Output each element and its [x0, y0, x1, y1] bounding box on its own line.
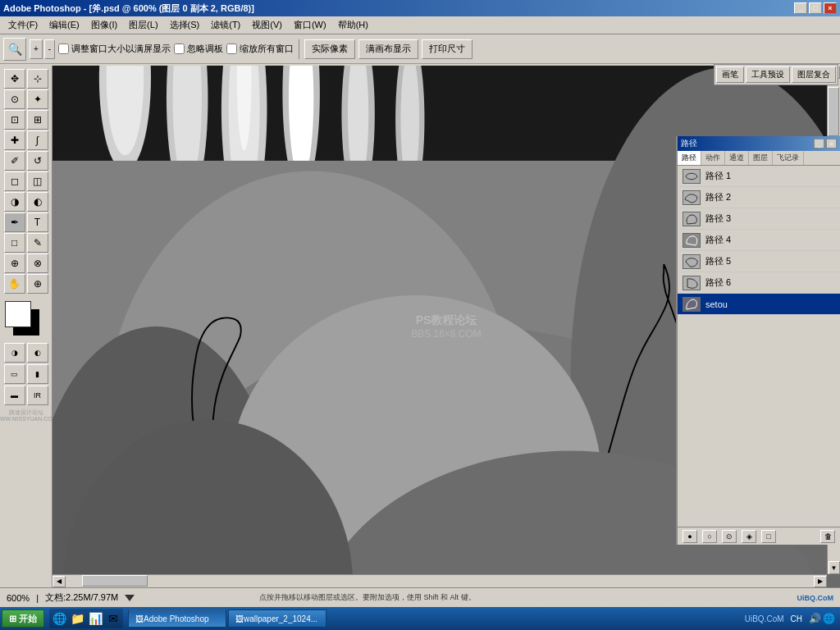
h-scrollbar[interactable]: ◀ ▶ — [52, 574, 827, 587]
ql-icon-3[interactable]: 📊 — [87, 610, 103, 627]
path-item-2[interactable]: 路径 2 — [678, 187, 840, 208]
brush-tool[interactable]: ∫ — [27, 130, 48, 150]
move-tool[interactable]: ✥ — [4, 69, 25, 89]
slice-tool[interactable]: ⊞ — [27, 110, 48, 130]
heal-tool[interactable]: ✚ — [4, 130, 25, 150]
ql-icon-4[interactable]: ✉ — [105, 610, 121, 627]
ignore-panel-checkbox-label[interactable]: 忽略调板 — [174, 43, 223, 55]
tab-channels[interactable]: 通道 — [725, 151, 749, 165]
h-scrollbar-thumb[interactable] — [82, 575, 148, 587]
path-item-1[interactable]: 路径 1 — [678, 166, 840, 187]
h-scrollbar-track[interactable] — [66, 575, 814, 587]
menu-window[interactable]: 窗口(W) — [289, 17, 331, 33]
quick-mask-tool[interactable]: ◑ — [4, 343, 25, 363]
screen-mode-1[interactable]: ▭ — [4, 364, 25, 384]
panel-close-btn[interactable]: × — [826, 139, 837, 148]
delete-path-btn[interactable]: 🗑 — [820, 530, 835, 543]
foreground-color[interactable] — [5, 301, 31, 327]
history-brush-tool[interactable]: ↺ — [27, 151, 48, 171]
resize-window-checkbox[interactable] — [58, 43, 69, 54]
make-path-btn[interactable]: ◈ — [742, 530, 756, 543]
taskbar-item-wallpaper[interactable]: 🖼 wallpaper_2_1024... — [228, 609, 326, 628]
tab-paths[interactable]: 路径 — [678, 151, 701, 165]
measure-tool[interactable]: ⊗ — [27, 253, 48, 273]
path-thumb-3 — [682, 212, 701, 226]
v-scrollbar-thumb[interactable] — [828, 87, 839, 136]
gradient-tool[interactable]: ◫ — [27, 171, 48, 191]
menu-help[interactable]: 帮助(H) — [333, 17, 373, 33]
tab-actions[interactable]: 动作 — [701, 151, 725, 165]
menu-file[interactable]: 文件(F) — [3, 17, 43, 33]
tray-icons: 🔊 🌐 — [809, 613, 835, 624]
layer-comp-button[interactable]: 图层复合 — [792, 66, 836, 83]
crop-tool[interactable]: ⊡ — [4, 110, 25, 130]
menu-select[interactable]: 选择(S) — [165, 17, 205, 33]
scroll-left-btn[interactable]: ◀ — [52, 576, 66, 587]
status-hint: 点按并拖移以移动图层或选区。要附加选项，使用 Shift 和 Alt 键。 — [259, 592, 476, 603]
panel-minimize-btn[interactable]: _ — [814, 139, 824, 148]
start-button[interactable]: ⊞ 开始 — [2, 609, 44, 628]
tool-row-4: ✚ ∫ — [4, 130, 48, 150]
zoom-tool[interactable]: ⊕ — [27, 274, 48, 294]
resize-window-checkbox-label[interactable]: 调整窗口大小以满屏显示 — [58, 43, 171, 55]
path-item-6[interactable]: 路径 6 — [678, 272, 840, 294]
menu-edit[interactable]: 编辑(E) — [44, 17, 84, 33]
screen-mode-2[interactable]: ▮ — [27, 364, 48, 384]
print-size-button[interactable]: 打印尺寸 — [422, 39, 472, 59]
zoom-all-checkbox-label[interactable]: 缩放所有窗口 — [226, 43, 294, 55]
screen-mode-3[interactable]: ▬ — [4, 386, 25, 405]
jump-to-ir[interactable]: IR — [27, 386, 48, 405]
taskbar-item-photoshop[interactable]: 🖼 Adobe Photoshop — [128, 609, 226, 628]
hand-tool[interactable]: ✋ — [4, 274, 25, 294]
brush-button[interactable]: 画笔 — [716, 66, 744, 83]
path-item-3[interactable]: 路径 3 — [678, 208, 840, 230]
menu-layer[interactable]: 图层(L) — [124, 17, 162, 33]
path-item-5[interactable]: 路径 5 — [678, 251, 840, 272]
actual-pixels-button[interactable]: 实际像素 — [304, 39, 355, 59]
load-path-btn[interactable]: ⊙ — [722, 530, 737, 543]
scroll-right-btn[interactable]: ▶ — [814, 576, 827, 587]
lasso-tool[interactable]: ⊙ — [4, 89, 25, 109]
tool-preset-button[interactable]: 工具预设 — [746, 66, 790, 83]
clone-tool[interactable]: ✐ — [4, 151, 25, 171]
tab-history[interactable]: 飞记录 — [773, 151, 804, 165]
tool-row-6: ◻ ◫ — [4, 171, 48, 191]
tool-row-3: ⊡ ⊞ — [4, 110, 48, 130]
ignore-panel-checkbox[interactable] — [174, 43, 185, 54]
selection-tool[interactable]: ⊹ — [27, 69, 48, 89]
maximize-button[interactable]: □ — [809, 2, 822, 14]
path-item-4[interactable]: 路径 4 — [678, 230, 840, 251]
path-thumb-2 — [682, 190, 701, 205]
new-path-btn[interactable]: □ — [761, 530, 776, 543]
menu-filter[interactable]: 滤镜(T) — [206, 17, 245, 33]
close-button[interactable]: × — [824, 2, 837, 14]
blur-tool[interactable]: ◐ — [27, 192, 48, 212]
ql-icon-1[interactable]: 🌐 — [51, 610, 67, 627]
minimize-button[interactable]: _ — [794, 2, 807, 14]
zoom-all-checkbox[interactable] — [226, 43, 237, 54]
menu-view[interactable]: 视图(V) — [247, 17, 287, 33]
shape-tool[interactable]: □ — [4, 233, 25, 253]
zoom-out-button[interactable]: - — [44, 39, 55, 59]
fit-on-screen-button[interactable]: 满画布显示 — [358, 39, 418, 59]
fill-path-btn[interactable]: ● — [682, 530, 697, 543]
quick-launch: 🌐 📁 📊 ✉ — [49, 609, 123, 628]
dodge-tool[interactable]: ◑ — [4, 192, 25, 212]
path-item-setou[interactable]: setou — [678, 294, 840, 315]
scroll-down-btn[interactable]: ▼ — [829, 561, 840, 574]
std-mode-tool[interactable]: ◐ — [27, 343, 48, 363]
eraser-tool[interactable]: ◻ — [4, 171, 25, 191]
tab-layers[interactable]: 图层 — [749, 151, 773, 165]
notes-tool[interactable]: ✎ — [27, 233, 48, 253]
zoom-in-button[interactable]: + — [30, 39, 43, 59]
zoom-tool-icon[interactable]: 🔍 — [3, 38, 26, 61]
path-label-5: 路径 5 — [705, 255, 731, 267]
status-arrow[interactable] — [125, 595, 135, 601]
text-tool[interactable]: T — [27, 212, 48, 232]
eyedropper-tool[interactable]: ⊕ — [4, 253, 25, 273]
menu-image[interactable]: 图像(I) — [86, 17, 122, 33]
stroke-path-btn[interactable]: ○ — [702, 530, 717, 543]
ql-icon-2[interactable]: 📁 — [69, 610, 85, 627]
pen-tool[interactable]: ✒ — [4, 212, 25, 232]
magic-wand-tool[interactable]: ✦ — [27, 89, 48, 109]
